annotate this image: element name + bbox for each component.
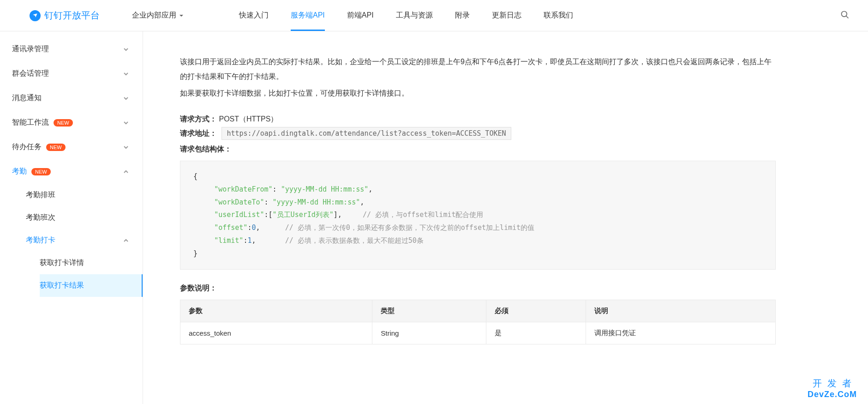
watermark-en: DevZe.CoM [808, 390, 857, 399]
chevron-down-icon [123, 71, 129, 77]
sidebar-item-label: 通讯录管理 [12, 44, 49, 54]
chevron-down-icon [123, 47, 129, 52]
new-badge: NEW [46, 144, 66, 151]
sidebar-item-label: 考勤 [12, 167, 27, 176]
tab-quickstart[interactable]: 快速入门 [239, 0, 269, 31]
params-table: 参数 类型 必须 说明 access_token String 是 调用接口凭证 [180, 300, 776, 344]
th-desc: 说明 [586, 300, 776, 322]
app-type-label: 企业内部应用 [132, 11, 176, 20]
td-param: access_token [180, 322, 372, 344]
tab-contact[interactable]: 联系我们 [544, 0, 573, 31]
app-type-select[interactable]: 企业内部应用 [132, 11, 184, 20]
code-block: { "workDateFrom": "yyyy-MM-dd HH:mm:ss",… [180, 161, 776, 270]
tab-appendix[interactable]: 附录 [455, 0, 470, 31]
sidebar-item-label: 考勤打卡 [26, 235, 55, 245]
request-method-line: 请求方式： POST（HTTPS） [180, 115, 776, 124]
td-desc: 调用接口凭证 [586, 322, 776, 344]
sidebar-item-label: 智能工作流 [12, 118, 49, 127]
chevron-up-icon [123, 169, 129, 175]
dingtalk-icon [30, 10, 41, 21]
chevron-up-icon [123, 238, 129, 243]
sidebar-item-contacts[interactable]: 通讯录管理 [0, 37, 143, 61]
sidebar-item-punch-result[interactable]: 获取打卡结果 [40, 274, 143, 297]
sidebar-item-schedule[interactable]: 考勤排班 [26, 184, 143, 206]
sidebar-item-label: 考勤班次 [26, 213, 55, 223]
th-required: 必须 [486, 300, 586, 322]
watermark: 开发者 DevZe.CoM [808, 377, 857, 399]
tab-changelog[interactable]: 更新日志 [492, 0, 521, 31]
description-1: 该接口用于返回企业内员工的实际打卡结果。比如，企业给一个员工设定的排班是上午9点… [180, 54, 776, 84]
sidebar: 通讯录管理 群会话管理 消息通知 智能工作流NEW 待办任务NEW 考勤NEW … [0, 31, 143, 404]
sidebar-item-todo[interactable]: 待办任务NEW [0, 135, 143, 159]
request-method-value: POST（HTTPS） [219, 115, 278, 123]
sidebar-item-group-session[interactable]: 群会话管理 [0, 61, 143, 86]
chevron-down-icon [123, 96, 129, 101]
request-body-label: 请求包结构体： [180, 145, 232, 153]
logo[interactable]: 钉钉开放平台 [30, 9, 100, 22]
chevron-down-icon [123, 120, 129, 126]
sidebar-item-label: 消息通知 [12, 93, 42, 103]
svg-line-1 [846, 16, 849, 18]
sidebar-item-label: 获取打卡结果 [40, 281, 84, 290]
content: 该接口用于返回企业内员工的实际打卡结果。比如，企业给一个员工设定的排班是上午9点… [143, 31, 868, 404]
chevron-down-icon [123, 145, 129, 150]
sidebar-item-label: 群会话管理 [12, 69, 49, 78]
sidebar-item-label: 考勤排班 [26, 190, 55, 200]
sidebar-item-punch-detail[interactable]: 获取打卡详情 [40, 252, 143, 274]
request-method-label: 请求方式： [180, 115, 217, 123]
svg-point-0 [842, 11, 847, 17]
request-body-label-line: 请求包结构体： [180, 145, 776, 154]
tab-server-api[interactable]: 服务端API [291, 0, 325, 31]
sidebar-item-shift[interactable]: 考勤班次 [26, 206, 143, 229]
new-badge: NEW [31, 168, 51, 175]
params-label: 参数说明： [180, 284, 217, 292]
chevron-down-icon [179, 13, 184, 18]
header: 钉钉开放平台 企业内部应用 快速入门 服务端API 前端API 工具与资源 附录… [0, 0, 868, 31]
request-url-line: 请求地址： https://oapi.dingtalk.com/attendan… [180, 127, 776, 140]
sidebar-item-punch[interactable]: 考勤打卡 [26, 229, 143, 252]
description-2: 如果要获取打卡详细数据，比如打卡位置，可使用获取打卡详情接口。 [180, 86, 776, 101]
table-header-row: 参数 类型 必须 说明 [180, 300, 776, 322]
watermark-cn: 开发者 [808, 377, 857, 390]
new-badge: NEW [54, 119, 73, 127]
sidebar-item-message[interactable]: 消息通知 [0, 86, 143, 110]
td-required: 是 [486, 322, 586, 344]
logo-text: 钉钉开放平台 [44, 9, 100, 22]
th-type: 类型 [372, 300, 486, 322]
params-label-line: 参数说明： [180, 283, 776, 293]
request-url-label: 请求地址： [180, 129, 217, 137]
search-icon[interactable] [840, 10, 850, 21]
sidebar-item-label: 获取打卡详情 [40, 258, 84, 268]
table-row: access_token String 是 调用接口凭证 [180, 322, 776, 344]
nav-tabs: 快速入门 服务端API 前端API 工具与资源 附录 更新日志 联系我们 [239, 0, 573, 31]
td-type: String [372, 322, 486, 344]
request-url-value: https://oapi.dingtalk.com/attendance/lis… [221, 127, 511, 140]
sidebar-item-attendance[interactable]: 考勤NEW [0, 159, 143, 184]
tab-tools-resources[interactable]: 工具与资源 [396, 0, 433, 31]
tab-frontend-api[interactable]: 前端API [347, 0, 374, 31]
th-param: 参数 [180, 300, 372, 322]
sidebar-item-label: 待办任务 [12, 142, 42, 152]
sidebar-item-workflow[interactable]: 智能工作流NEW [0, 110, 143, 135]
